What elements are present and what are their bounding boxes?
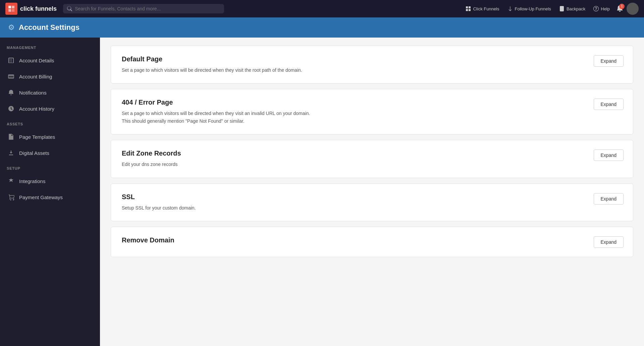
ssl-section: SSL Setup SSL for your custom domain. Ex… xyxy=(111,183,633,221)
error-page-expand-button[interactable]: Expand xyxy=(594,99,624,110)
default-page-expand-button[interactable]: Expand xyxy=(594,55,624,67)
management-section-label: Management xyxy=(0,40,100,52)
sidebar-item-account-details[interactable]: Account Details xyxy=(0,52,100,68)
sidebar-item-digital-assets[interactable]: Digital Assets xyxy=(0,145,100,161)
remove-domain-title: Remove Domain xyxy=(122,236,622,244)
assets-section-label: Assets xyxy=(0,117,100,129)
sidebar-item-account-history[interactable]: Account History xyxy=(0,101,100,117)
svg-rect-3 xyxy=(12,9,14,12)
edit-zone-records-title: Edit Zone Records xyxy=(122,150,622,157)
svg-rect-2 xyxy=(8,9,11,12)
nav-follow-up-funnels[interactable]: Follow-Up Funnels xyxy=(504,4,554,13)
sidebar: Management Account Details Account Billi… xyxy=(0,38,100,346)
history-icon xyxy=(8,105,14,112)
sidebar-item-notifications-label: Notifications xyxy=(19,90,47,96)
svg-rect-0 xyxy=(8,6,11,8)
error-page-description: Set a page to which visitors will be dir… xyxy=(122,110,622,125)
edit-zone-records-expand-button[interactable]: Expand xyxy=(594,150,624,161)
edit-zone-records-description: Edit your dns zone records xyxy=(122,161,622,168)
ssl-expand-button[interactable]: Expand xyxy=(594,193,624,205)
sidebar-item-account-history-label: Account History xyxy=(19,106,54,112)
svg-rect-1 xyxy=(12,6,14,8)
sidebar-item-payment-gateways[interactable]: Payment Gateways xyxy=(0,189,100,205)
nav-backpack[interactable]: Backpack xyxy=(556,4,589,13)
nav-help[interactable]: Help xyxy=(590,4,613,13)
notification-button[interactable]: 1 xyxy=(614,3,625,15)
edit-zone-records-section: Edit Zone Records Edit your dns zone rec… xyxy=(111,140,633,178)
sidebar-item-account-billing[interactable]: Account Billing xyxy=(0,68,100,84)
page-title: Account Settings xyxy=(19,23,79,32)
cart-icon xyxy=(8,194,14,200)
sidebar-item-integrations-label: Integrations xyxy=(19,178,45,184)
sidebar-item-account-billing-label: Account Billing xyxy=(19,74,52,79)
sidebar-item-digital-assets-label: Digital Assets xyxy=(19,150,49,156)
nav-click-funnels[interactable]: Click Funnels xyxy=(462,4,502,13)
svg-rect-7 xyxy=(469,9,471,11)
search-icon xyxy=(67,6,72,11)
logo-icon xyxy=(5,3,17,15)
notification-badge: 1 xyxy=(619,4,625,9)
logo-text: click funnels xyxy=(20,5,57,12)
header-bar: ⚙ Account Settings xyxy=(0,17,644,38)
building-icon xyxy=(8,57,14,64)
nav-links: Click Funnels Follow-Up Funnels Backpack… xyxy=(462,3,639,15)
integrations-icon xyxy=(8,178,14,184)
svg-rect-9 xyxy=(8,76,14,79)
error-page-title: 404 / Error Page xyxy=(122,99,622,106)
avatar[interactable] xyxy=(627,3,639,15)
sidebar-item-integrations[interactable]: Integrations xyxy=(0,173,100,189)
default-page-description: Set a page to which visitors will be dir… xyxy=(122,66,622,74)
billing-icon xyxy=(8,73,14,80)
sidebar-item-page-templates-label: Page Templates xyxy=(19,134,55,140)
svg-rect-5 xyxy=(469,6,471,8)
remove-domain-section: Remove Domain Expand xyxy=(111,227,633,257)
sidebar-item-page-templates[interactable]: Page Templates xyxy=(0,129,100,145)
svg-rect-6 xyxy=(466,9,468,11)
ssl-title: SSL xyxy=(122,193,622,201)
sidebar-item-account-details-label: Account Details xyxy=(19,58,54,63)
gear-icon: ⚙ xyxy=(8,23,15,32)
default-page-title: Default Page xyxy=(122,55,622,63)
download-icon xyxy=(8,150,14,156)
top-navigation: click funnels Click Funnels Follow-Up Fu… xyxy=(0,0,644,17)
ssl-description: Setup SSL for your custom domain. xyxy=(122,204,622,212)
svg-rect-4 xyxy=(466,6,468,8)
page-icon xyxy=(8,133,14,140)
main-content: Default Page Set a page to which visitor… xyxy=(100,38,644,346)
error-page-section: 404 / Error Page Set a page to which vis… xyxy=(111,89,633,134)
sidebar-item-payment-gateways-label: Payment Gateways xyxy=(19,194,63,200)
default-page-section: Default Page Set a page to which visitor… xyxy=(111,46,633,83)
search-bar[interactable] xyxy=(63,4,224,13)
search-input[interactable] xyxy=(75,6,220,11)
logo[interactable]: click funnels xyxy=(5,3,59,15)
setup-section-label: Setup xyxy=(0,161,100,173)
remove-domain-expand-button[interactable]: Expand xyxy=(594,236,624,248)
main-layout: Management Account Details Account Billi… xyxy=(0,38,644,346)
sidebar-item-notifications[interactable]: Notifications xyxy=(0,84,100,101)
bell-icon xyxy=(8,89,14,96)
